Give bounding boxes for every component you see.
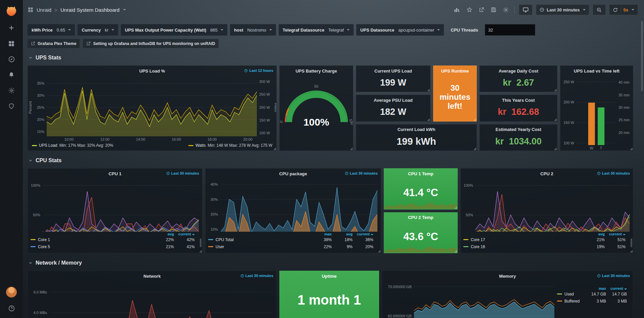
- refresh-icon[interactable]: [613, 7, 618, 12]
- star-icon[interactable]: [465, 5, 474, 14]
- link-grafana-plex-theme[interactable]: Grafana Plex Theme: [28, 39, 80, 48]
- variable-value[interactable]: 0.65: [57, 28, 71, 33]
- add-panel-icon[interactable]: [452, 5, 462, 14]
- legend-row[interactable]: Used14.7 GB14.7 GB: [557, 290, 632, 298]
- help-icon[interactable]: [8, 305, 15, 312]
- network-chart[interactable]: 2.0 MBs4.0 MBs6.0 MBs: [28, 281, 276, 318]
- refresh-interval-label[interactable]: 5s: [624, 7, 628, 12]
- panel-title[interactable]: UPS Battery Charge: [295, 69, 337, 74]
- configuration-gear-icon[interactable]: [8, 87, 15, 94]
- legend-column-header[interactable]: current: [353, 232, 373, 236]
- variable-currency[interactable]: Currencykr: [78, 24, 118, 36]
- panel-time-override: Last 30 minutes: [166, 171, 199, 175]
- dashboard-settings-gear-icon[interactable]: [501, 5, 510, 14]
- legend-row[interactable]: Buffered3 MB3 MB: [557, 298, 632, 305]
- section-cpu-stats[interactable]: CPU Stats: [28, 155, 633, 166]
- legend-column-header[interactable]: max: [311, 232, 332, 236]
- variable-telegraf-datasource[interactable]: Telegraf DatasourceTelegraf: [279, 24, 354, 36]
- time-range-picker[interactable]: Last 30 minutes: [536, 4, 589, 15]
- cpu2-chart[interactable]: 0%50%100%19:5520:0020:0520:1020:1520:20: [461, 179, 633, 232]
- series-name[interactable]: UPS Load: [39, 143, 57, 148]
- panel-title[interactable]: CPU 1: [108, 171, 121, 176]
- explore-compass-icon[interactable]: [8, 56, 15, 63]
- variable-value[interactable]: 865: [210, 28, 223, 33]
- cpu-threads-input[interactable]: [485, 24, 535, 36]
- legend-series[interactable]: UPS LoadMin: 17% Max: 32% Avg: 20%: [32, 143, 113, 148]
- legend-column-header[interactable]: avg: [584, 232, 605, 236]
- series-name[interactable]: Core 5: [38, 244, 50, 249]
- panel-title[interactable]: Memory: [499, 274, 516, 279]
- load-vs-time-chart[interactable]: 100 W150 W200 W250 W20 min25 min30 min35…: [560, 76, 633, 150]
- panel-title[interactable]: Network: [143, 274, 160, 279]
- grafana-logo[interactable]: [4, 4, 18, 18]
- dashboards-icon[interactable]: [8, 40, 15, 47]
- legend-row[interactable]: CPU Total38%18%36%: [208, 236, 378, 243]
- refresh-caret-icon[interactable]: [632, 9, 634, 10]
- series-name[interactable]: CPU Total: [216, 237, 234, 242]
- panel-title[interactable]: CPU 2: [540, 171, 553, 176]
- panel-title[interactable]: Uptime: [322, 274, 336, 279]
- cpu1-chart[interactable]: 0%50%100%19:5520:0020:0520:1020:1520:20: [28, 179, 202, 232]
- server-admin-shield-icon[interactable]: [8, 103, 15, 109]
- panel-title[interactable]: CPU 2 Temp: [408, 215, 433, 220]
- series-name[interactable]: Core 1: [38, 237, 50, 242]
- breadcrumb-app[interactable]: Unraid: [37, 7, 51, 13]
- zoom-out-button[interactable]: [593, 4, 606, 15]
- variable-ups-datasource[interactable]: UPS Datasourceapcupsd-container: [356, 24, 444, 36]
- variable-kwh-price[interactable]: kWh Price0.65: [28, 24, 75, 36]
- variable-value[interactable]: Nostromo: [247, 28, 272, 33]
- battery-gauge[interactable]: 050100100%: [280, 76, 353, 150]
- share-icon[interactable]: [477, 5, 486, 14]
- legend-column-header[interactable]: avg: [332, 232, 353, 236]
- save-icon[interactable]: [489, 5, 498, 14]
- legend-row[interactable]: Core 1721%51%: [463, 236, 630, 243]
- refresh-picker[interactable]: 5s: [609, 4, 638, 15]
- panel-title[interactable]: Estimated Yearly Cost: [496, 127, 541, 132]
- legend-row[interactable]: Core 1619%51%: [463, 243, 630, 250]
- cycle-view-button[interactable]: [519, 4, 533, 15]
- section-ups-stats[interactable]: UPS Stats: [28, 53, 633, 63]
- series-name[interactable]: Core 16: [471, 244, 485, 249]
- panel-title[interactable]: CPU 1 Temp: [408, 171, 433, 176]
- panel-title[interactable]: CPU package: [279, 171, 307, 176]
- legend-row[interactable]: Core 521%41%: [31, 243, 199, 250]
- legend-series[interactable]: WattsMin: 148 W Max: 278 W Avg: 175 W: [188, 143, 272, 148]
- legend-column-header[interactable]: current: [605, 232, 626, 236]
- ups-load-chart[interactable]: 15%20%25%30%35%100 W150 W200 W250 W300 W…: [28, 76, 276, 142]
- series-name[interactable]: User: [216, 244, 224, 249]
- panel-title[interactable]: Current Load kWh: [398, 127, 435, 132]
- series-name[interactable]: Watts: [195, 143, 205, 148]
- user-avatar[interactable]: [6, 287, 17, 298]
- legend-column-header[interactable]: current: [606, 286, 627, 290]
- panel-title[interactable]: Average PSU Load: [374, 98, 413, 103]
- panel-title[interactable]: Current UPS Load: [374, 69, 412, 74]
- panel-title[interactable]: UPS Load vs Time left: [574, 69, 619, 74]
- variable-ups-max-output[interactable]: UPS Max Output Power Capacity (Watt)865: [121, 24, 227, 36]
- link-ups-monitoring-guide[interactable]: Setting up Grafana and InfluxDB for UPS …: [83, 39, 218, 48]
- legend-column-header[interactable]: avg: [153, 232, 174, 236]
- legend-row[interactable]: User22%9%20%: [208, 243, 378, 250]
- panel-title[interactable]: UPS Runtime: [441, 69, 469, 74]
- variable-value[interactable]: apcupsd-container: [398, 28, 440, 33]
- variable-value[interactable]: kr: [105, 28, 114, 33]
- title-caret-icon[interactable]: [123, 9, 126, 10]
- series-name[interactable]: Buffered: [564, 299, 580, 304]
- create-plus-icon[interactable]: [8, 24, 15, 32]
- cpu-package-chart[interactable]: 0%10%20%30%40%19:5520:0020:0520:1020:152…: [205, 179, 381, 232]
- legend-column-header[interactable]: current: [174, 232, 195, 236]
- alerting-bell-icon[interactable]: [8, 72, 15, 78]
- section-network-memory[interactable]: Network / Memory: [28, 258, 633, 268]
- clock-icon: [597, 172, 601, 175]
- memory-chart[interactable]: 50.000000 GB60.000000 GB70.000000 GB: [382, 281, 557, 318]
- variable-host[interactable]: hostNostromo: [230, 24, 276, 36]
- panel-title[interactable]: UPS Load %: [139, 69, 165, 74]
- series-name[interactable]: Core 17: [471, 237, 485, 242]
- page-scrollbar[interactable]: [641, 21, 643, 91]
- legend-row[interactable]: Core 122%42%: [31, 236, 199, 243]
- page-title[interactable]: Unraid System Dashboard: [60, 7, 120, 13]
- variable-value[interactable]: Telegraf: [328, 28, 350, 33]
- panel-title[interactable]: Average Daily Cost: [499, 69, 538, 74]
- panel-title[interactable]: This Years Cost: [502, 98, 535, 103]
- legend-column-header[interactable]: max: [585, 286, 606, 290]
- series-name[interactable]: Used: [564, 292, 574, 297]
